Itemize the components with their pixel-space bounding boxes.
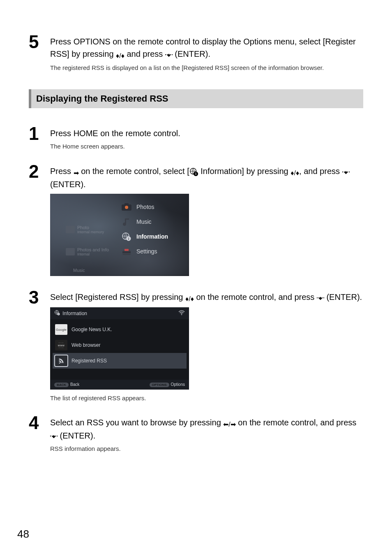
www-thumb-label: www: [58, 344, 65, 347]
section-heading-displaying-rss: Displaying the Registered RSS: [29, 89, 363, 108]
toolbox-icon: [121, 247, 132, 256]
step-number-1: 1: [29, 125, 50, 143]
ghost-photosinfo-sublabel: Internal: [77, 252, 109, 256]
ghost-thumb-icon: [66, 248, 75, 255]
information-globe-icon: i: [121, 232, 132, 241]
step2-text-c: Information] by pressing: [198, 167, 291, 176]
svg-rect-11: [122, 252, 131, 253]
ghost-label-music: Music: [73, 268, 85, 273]
up-down-arrows-icon: ♦/♦: [116, 51, 125, 61]
info-item-web-browser[interactable]: • • • www • • • Web browser: [53, 337, 187, 353]
menu-music-label: Music: [136, 218, 152, 225]
step-5-body: Press OPTIONS on the remote control to d…: [50, 33, 363, 78]
info-item-google-news[interactable]: Google Google News U.K.: [53, 322, 187, 337]
step-5: 5 Press OPTIONS on the remote control to…: [29, 33, 363, 78]
step-3-instruction: Select [Registered RSS] by pressing ♦/♦ …: [50, 291, 363, 304]
step5-text-c: and press: [125, 49, 165, 58]
options-pill-icon: OPTIONS: [150, 383, 169, 387]
step-number-4: 4: [29, 414, 50, 432]
info-item-web-label: Web browser: [71, 342, 100, 348]
home-menu-screenshot: Photo Internal memory Photos and Info In…: [50, 194, 189, 276]
step2-text-e: (ENTER).: [50, 180, 86, 189]
footer-options-label: Options: [171, 382, 185, 387]
footer-options[interactable]: OPTIONSOptions: [150, 382, 185, 387]
menu-item-settings[interactable]: Settings: [119, 244, 185, 259]
music-note-icon: [121, 217, 132, 226]
step-3: 3 Select [Registered RSS] by pressing ♦/…: [29, 288, 363, 408]
step-number-5: 5: [29, 33, 50, 51]
enter-icon: [165, 52, 173, 58]
svg-point-15: [181, 314, 182, 315]
step-1: 1 Press HOME on the remote control. The …: [29, 125, 363, 156]
step-number-2: 2: [29, 162, 50, 181]
step-1-note: The Home screen appears.: [50, 142, 363, 151]
enter-icon: [342, 169, 350, 175]
step5-text-a: Press OPTIONS on the remote control to d…: [50, 37, 323, 46]
step-4-note: RSS information appears.: [50, 444, 363, 454]
page-number: 48: [17, 528, 29, 541]
step-5-note: The registered RSS is displayed on a lis…: [50, 63, 363, 73]
camera-icon: [121, 202, 132, 211]
footer-back[interactable]: BACKBack: [54, 382, 79, 387]
step3-text-c: (ENTER).: [324, 292, 362, 302]
information-globe-icon: i: [54, 310, 60, 317]
step-number-3: 3: [29, 288, 50, 306]
info-item-google-label: Google News U.K.: [71, 327, 112, 332]
step-2: 2 Press ➡ on the remote control, select …: [29, 162, 363, 283]
ghost-photo-sublabel: Internal memory: [77, 230, 104, 234]
ghost-thumb-icon: [66, 226, 75, 233]
step4-text-c: (ENTER).: [58, 431, 95, 440]
step-2-body: Press ➡ on the remote control, select [i…: [50, 162, 363, 283]
menu-item-photos[interactable]: Photos: [119, 200, 185, 214]
ghost-photosinfo-label: Photos and Info: [77, 247, 109, 252]
ghost-photo-label: Photo: [77, 225, 104, 230]
step-4-instruction: Select an RSS you want to browse by pres…: [50, 416, 363, 442]
information-globe-icon: i: [189, 167, 198, 176]
step3-text-a: Select [Registered RSS] by pressing: [50, 292, 185, 302]
info-header-title: Information: [62, 311, 87, 316]
up-down-arrows-icon: ♦/♦: [185, 294, 194, 304]
step2-text-a: Press: [50, 167, 74, 176]
ghost-label-photos-info: Photos and Info Internal: [66, 247, 109, 256]
www-thumb-icon: • • • www • • •: [55, 340, 67, 350]
left-right-arrows-icon: ⬅/➡: [223, 420, 235, 429]
ghost-music-label: Music: [73, 268, 85, 273]
footer-back-label: Back: [70, 382, 79, 387]
svg-point-5: [125, 206, 128, 209]
step-5-instruction: Press OPTIONS on the remote control to d…: [50, 35, 363, 61]
menu-settings-label: Settings: [136, 248, 157, 255]
back-pill-icon: BACK: [54, 383, 69, 387]
menu-item-music[interactable]: Music: [119, 214, 185, 229]
info-item-registered-rss[interactable]: Registered RSS: [53, 353, 187, 369]
step-1-body: Press HOME on the remote control. The Ho…: [50, 125, 363, 156]
svg-rect-4: [125, 203, 129, 205]
step-3-note: The list of registered RSS appears.: [50, 394, 363, 403]
google-thumb-icon: Google: [55, 324, 67, 335]
step4-text-a: Select an RSS you want to browse by pres…: [50, 418, 223, 427]
step-3-body: Select [Registered RSS] by pressing ♦/♦ …: [50, 288, 363, 408]
menu-item-information[interactable]: i Information: [119, 229, 185, 244]
step-4-body: Select an RSS you want to browse by pres…: [50, 414, 363, 459]
step-1-instruction: Press HOME on the remote control.: [50, 127, 363, 139]
step3-text-b: on the remote control, and press: [194, 292, 317, 302]
menu-information-label: Information: [136, 233, 168, 240]
up-down-arrows-icon: ♦/♦: [291, 168, 299, 178]
information-list-screenshot: i Information Google Google News U.K. • …: [50, 307, 189, 390]
info-item-rss-label: Registered RSS: [71, 358, 107, 364]
info-footer: BACKBack OPTIONSOptions: [50, 380, 189, 390]
enter-icon: [317, 295, 324, 301]
svg-rect-10: [125, 249, 129, 251]
info-screen-header: i Information: [50, 307, 189, 319]
home-menu-list: Photos Music i Information Settings: [119, 200, 185, 259]
step2-text-d: , and press: [299, 167, 342, 176]
info-list: Google Google News U.K. • • • www • • • …: [50, 319, 189, 371]
rss-thumb-icon: [55, 355, 67, 366]
right-arrow-icon: ➡: [74, 168, 79, 178]
step4-text-b: on the remote control, and press: [236, 418, 357, 427]
svg-text:i: i: [58, 313, 59, 315]
menu-photos-label: Photos: [136, 204, 154, 210]
step-4: 4 Select an RSS you want to browse by pr…: [29, 414, 363, 459]
svg-rect-9: [122, 251, 131, 255]
step2-text-b: on the remote control, select [: [79, 167, 189, 176]
enter-icon: [50, 433, 58, 439]
